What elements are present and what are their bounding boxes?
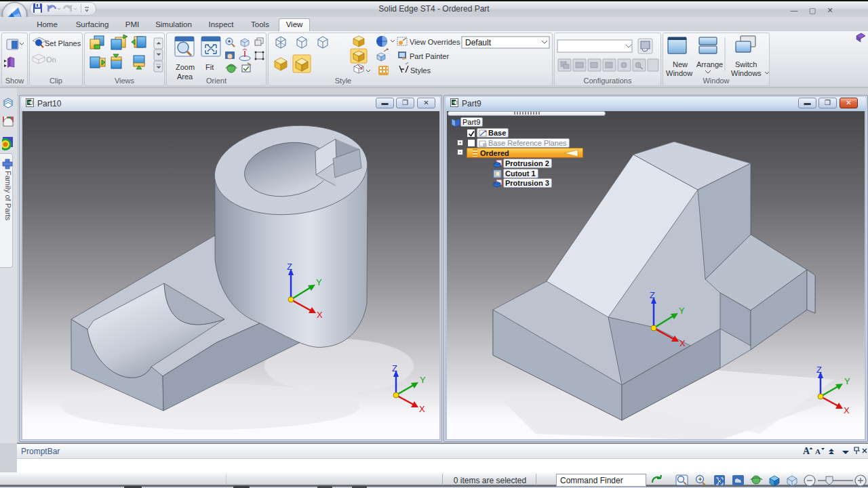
svg-text:Switch: Switch [735, 60, 757, 68]
svg-text:Arrange: Arrange [696, 60, 723, 68]
svg-text:Z: Z [392, 363, 397, 373]
svg-text:A: A [803, 446, 810, 456]
svg-text:Y: Y [844, 376, 850, 386]
svg-text:Zoom: Zoom [176, 63, 195, 71]
svg-text:Default: Default [465, 38, 492, 47]
svg-text:A: A [815, 447, 821, 455]
svg-text:Z: Z [287, 262, 292, 272]
svg-text:Window: Window [666, 69, 692, 77]
svg-text:Part Painter: Part Painter [410, 52, 449, 60]
svg-text:Styles: Styles [410, 66, 431, 75]
svg-text:New: New [673, 60, 688, 68]
svg-text:Y: Y [679, 306, 685, 316]
svg-text:Z: Z [816, 365, 822, 375]
svg-text:Y: Y [316, 277, 322, 287]
svg-text:On: On [46, 56, 56, 64]
svg-text:Fit: Fit [205, 63, 214, 71]
svg-text:X: X [317, 310, 323, 320]
svg-text:Z: Z [650, 290, 655, 300]
svg-text:X: X [419, 404, 425, 414]
svg-text:View Overrides: View Overrides [410, 38, 460, 46]
svg-text:X: X [844, 405, 850, 415]
svg-text:Windows: Windows [731, 69, 762, 77]
svg-text:Set Planes: Set Planes [45, 39, 81, 47]
svg-text:Y: Y [420, 375, 426, 385]
svg-text:Area: Area [177, 73, 193, 81]
svg-text:X: X [679, 338, 686, 348]
